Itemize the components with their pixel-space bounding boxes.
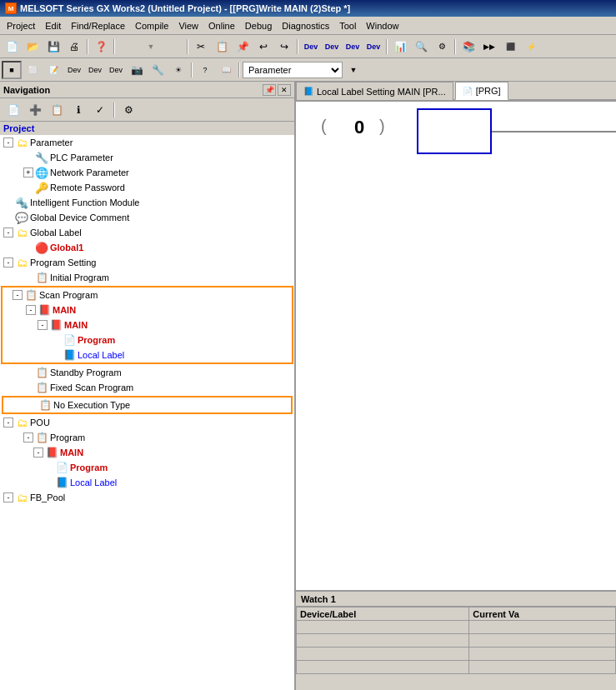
menu-online[interactable]: Online bbox=[203, 19, 240, 32]
label-program2: Program bbox=[70, 462, 108, 472]
expand-fb-pool[interactable]: - bbox=[3, 492, 13, 502]
expand-program-setting[interactable]: - bbox=[3, 258, 13, 268]
network-icon: 🌐 bbox=[35, 166, 48, 179]
menu-window[interactable]: Window bbox=[361, 19, 403, 32]
col-current-val: Current Va bbox=[469, 608, 616, 621]
t2-btn10[interactable]: ? bbox=[195, 61, 215, 79]
tree-intelligent[interactable]: 🔩 Intelligent Function Module bbox=[0, 195, 294, 210]
tree-main3[interactable]: - 📕 MAIN bbox=[0, 445, 294, 460]
tree-main2[interactable]: - 📕 MAIN bbox=[3, 318, 292, 332]
tree-fb-pool[interactable]: - 🗂 FB_Pool bbox=[0, 490, 294, 505]
tree-program2[interactable]: 📄 Program bbox=[0, 460, 294, 475]
tree-program-pou[interactable]: - 📋 Program bbox=[0, 430, 294, 445]
toolbar-btn3[interactable]: ▼ bbox=[118, 38, 184, 56]
tree-local-label2[interactable]: 📘 Local Label bbox=[0, 475, 294, 490]
print-btn[interactable]: 🖨 bbox=[64, 38, 84, 56]
tree-parameter[interactable]: - 🗂 Parameter bbox=[0, 135, 294, 150]
copy-btn[interactable]: 📋 bbox=[212, 38, 232, 56]
t2-btn1[interactable]: ■ bbox=[2, 61, 22, 79]
tab-prg[interactable]: 📄 [PRG] bbox=[455, 82, 508, 100]
tree-fixed-scan[interactable]: 📋 Fixed Scan Program bbox=[0, 380, 294, 395]
tree-program-setting[interactable]: - 🗂 Program Setting bbox=[0, 255, 294, 270]
nav-new-btn[interactable]: 📄 bbox=[3, 101, 23, 119]
tree-program1[interactable]: 📄 Program bbox=[3, 332, 292, 348]
watch-header: Watch 1 bbox=[296, 592, 616, 607]
parameter-dropdown[interactable]: Parameter bbox=[243, 62, 343, 78]
t2-btn9[interactable]: ☀ bbox=[168, 61, 188, 79]
menu-diagnostics[interactable]: Diagnostics bbox=[277, 19, 334, 32]
tab-local-label[interactable]: 📘 Local Label Setting MAIN [PR... bbox=[296, 82, 453, 100]
t2-btn7[interactable]: 📷 bbox=[127, 61, 147, 79]
open-btn[interactable]: 📂 bbox=[23, 38, 43, 56]
paste-btn[interactable]: 📌 bbox=[233, 38, 253, 56]
nav-copy-btn[interactable]: 📋 bbox=[47, 101, 67, 119]
filter-btn[interactable]: ⚙ bbox=[432, 38, 452, 56]
tree-area[interactable]: - 🗂 Parameter 🔧 PLC Parameter + 🌐 Networ… bbox=[0, 135, 294, 690]
nav-pin-btn[interactable]: 📌 bbox=[263, 84, 276, 96]
tree-standby[interactable]: 📋 Standby Program bbox=[0, 365, 294, 380]
tree-local-label1[interactable]: 📘 Local Label bbox=[3, 348, 292, 362]
main2-icon: 📕 bbox=[49, 318, 63, 332]
misc-btn2[interactable]: ▶▶ bbox=[479, 38, 499, 56]
menu-project[interactable]: Project bbox=[2, 19, 40, 32]
menu-view[interactable]: View bbox=[173, 19, 203, 32]
expand-main1[interactable]: - bbox=[26, 305, 36, 315]
misc-btn4[interactable]: ⚡ bbox=[521, 38, 541, 56]
rung-number: 0 bbox=[354, 117, 364, 138]
nav-add-btn[interactable]: ➕ bbox=[25, 101, 45, 119]
misc-btn3[interactable]: ⬛ bbox=[500, 38, 520, 56]
expand-network[interactable]: + bbox=[23, 168, 33, 178]
label-global-device: Global Device Comment bbox=[30, 212, 129, 222]
nav-info-btn[interactable]: ℹ bbox=[68, 101, 88, 119]
menu-edit[interactable]: Edit bbox=[40, 19, 66, 32]
dev-btn2[interactable]: Dev bbox=[322, 38, 342, 56]
monitor-btn[interactable]: 📊 bbox=[390, 38, 410, 56]
search-btn[interactable]: 🔍 bbox=[411, 38, 431, 56]
tree-global-label[interactable]: - 🗂 Global Label bbox=[0, 225, 294, 240]
t2-btn2[interactable]: ⬜ bbox=[23, 61, 43, 79]
expand-pou[interactable]: - bbox=[3, 418, 13, 428]
t2-btn5[interactable]: Dev bbox=[85, 61, 105, 79]
dev-btn3[interactable]: Dev bbox=[343, 38, 363, 56]
help-btn[interactable]: ❓ bbox=[91, 38, 111, 56]
t2-btn3[interactable]: 📝 bbox=[43, 61, 63, 79]
expand-parameter[interactable]: - bbox=[3, 138, 13, 148]
t2-btn6[interactable]: Dev bbox=[106, 61, 126, 79]
expand-main2[interactable]: - bbox=[38, 320, 48, 330]
redo-btn[interactable]: ↪ bbox=[274, 38, 294, 56]
t2-btn4[interactable]: Dev bbox=[64, 61, 84, 79]
misc-btn1[interactable]: 📚 bbox=[458, 38, 478, 56]
cut-btn[interactable]: ✂ bbox=[191, 38, 211, 56]
tree-plc-parameter[interactable]: 🔧 PLC Parameter bbox=[0, 150, 294, 165]
dev-btn1[interactable]: Dev bbox=[301, 38, 321, 56]
expand-main3[interactable]: - bbox=[33, 448, 43, 458]
nav-settings-btn[interactable]: ⚙ bbox=[118, 101, 138, 119]
t2-btn8[interactable]: 🔧 bbox=[148, 61, 168, 79]
menu-debug[interactable]: Debug bbox=[240, 19, 277, 32]
tree-network-parameter[interactable]: + 🌐 Network Parameter bbox=[0, 165, 294, 180]
expand-scan[interactable]: - bbox=[13, 290, 23, 300]
dropdown-arrow[interactable]: ▼ bbox=[343, 61, 363, 79]
tree-initial-program[interactable]: 📋 Initial Program bbox=[0, 270, 294, 285]
nav-close-btn[interactable]: ✕ bbox=[278, 84, 291, 96]
tree-scan-program[interactable]: - 📋 Scan Program bbox=[3, 288, 292, 302]
dev-btn4[interactable]: Dev bbox=[363, 38, 383, 56]
expand-prog-pou[interactable]: - bbox=[23, 432, 33, 442]
tree-global1[interactable]: 🔴 Global1 bbox=[0, 240, 294, 255]
expand-global-label[interactable]: - bbox=[3, 228, 13, 238]
folder-icon2: 🗂 bbox=[15, 226, 28, 239]
label-scan-program: Scan Program bbox=[39, 290, 98, 300]
menu-compile[interactable]: Compile bbox=[130, 19, 173, 32]
menu-tool[interactable]: Tool bbox=[334, 19, 361, 32]
save-btn[interactable]: 💾 bbox=[43, 38, 63, 56]
tree-global-device[interactable]: 💬 Global Device Comment bbox=[0, 210, 294, 225]
new-btn[interactable]: 📄 bbox=[2, 38, 22, 56]
menu-find-replace[interactable]: Find/Replace bbox=[66, 19, 130, 32]
t2-btn11[interactable]: 📖 bbox=[216, 61, 236, 79]
tree-pou[interactable]: - 🗂 POU bbox=[0, 415, 294, 430]
tree-no-execution[interactable]: 📋 No Execution Type bbox=[3, 398, 291, 412]
undo-btn[interactable]: ↩ bbox=[253, 38, 273, 56]
nav-check-btn[interactable]: ✓ bbox=[90, 101, 110, 119]
tree-remote-password[interactable]: 🔑 Remote Password bbox=[0, 180, 294, 195]
tree-main1[interactable]: - 📕 MAIN bbox=[3, 302, 292, 318]
